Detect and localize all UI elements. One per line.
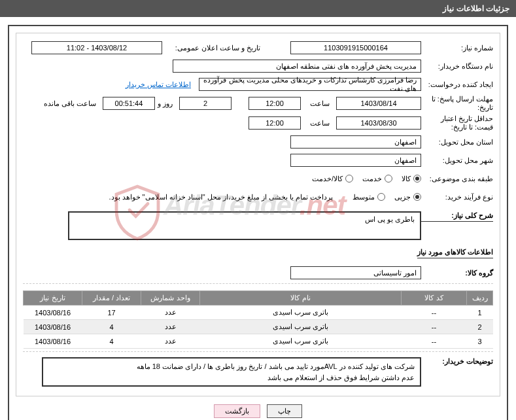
- col-row: ردیف: [467, 291, 493, 306]
- contact-buyer-link[interactable]: اطلاعات تماس خریدار: [126, 80, 191, 89]
- deadline-hour-field: 12:00: [249, 97, 301, 110]
- col-unit: واحد شمارش: [141, 291, 200, 306]
- radio-dot-icon: [345, 175, 353, 183]
- radio-kala-khadamat[interactable]: کالا/خدمت: [312, 175, 353, 183]
- category-radio-group: کالا خدمت کالا/خدمت: [312, 175, 421, 183]
- buyer-field: مدیریت پخش فرآورده های نفتی منطقه اصفهان: [173, 60, 421, 73]
- row-validity: حداقل تاریخ اعتبار قیمت: تا تاریخ: 1403/…: [23, 114, 493, 131]
- row-process: نوع فرآیند خرید: جزیی متوسط پرداخت تمام …: [23, 189, 493, 205]
- radio-dot-icon: [377, 193, 385, 201]
- page-title-bar: جزئیات اطلاعات نیاز: [0, 0, 516, 17]
- row-deadline: مهلت ارسال پاسخ: تا تاریخ: 1403/08/14 سا…: [23, 95, 493, 112]
- announce-field: 1403/08/12 - 11:02: [31, 41, 162, 54]
- radio-dot-icon: [413, 175, 421, 183]
- description-label: شرح کلی نیاز:: [421, 211, 493, 222]
- group-label: گروه کالا:: [421, 269, 493, 277]
- row-need-number: شماره نیاز: 1103091915000164 تاریخ و ساع…: [23, 40, 493, 56]
- print-button[interactable]: چاپ: [267, 404, 302, 418]
- radio-jozi[interactable]: جزیی: [394, 193, 421, 201]
- row-group: گروه کالا: امور تاسیساتی: [23, 265, 493, 281]
- page-title: جزئیات اطلاعات نیاز: [443, 4, 509, 13]
- col-name: نام کالا: [200, 291, 402, 306]
- day-word: روز و: [158, 99, 173, 108]
- row-category: طبقه بندی موضوعی: کالا خدمت کالا/خدمت: [23, 171, 493, 186]
- row-province: استان محل تحویل: اصفهان: [23, 134, 493, 150]
- items-table: ردیف کد کالا نام کالا واحد شمارش تعداد /…: [23, 290, 493, 349]
- table-header-row: ردیف کد کالا نام کالا واحد شمارش تعداد /…: [24, 291, 493, 306]
- need-number-label: شماره نیاز:: [421, 44, 493, 52]
- deadline-label: مهلت ارسال پاسخ: تا تاریخ:: [421, 95, 493, 112]
- table-row: 3 -- باتری سرب اسیدی عدد 4 1403/08/16: [24, 334, 493, 349]
- province-field: اصفهان: [290, 135, 421, 149]
- radio-dot-icon: [385, 175, 392, 183]
- row-description: شرح کلی نیاز: باطری یو پی اس: [23, 211, 493, 240]
- outer-panel: شماره نیاز: 1103091915000164 تاریخ و ساع…: [8, 25, 508, 420]
- items-section-header: اطلاعات کالاهای مورد نیاز: [23, 245, 493, 261]
- announce-label: تاریخ و ساعت اعلان عمومی:: [162, 44, 260, 52]
- row-buyer: نام دستگاه خریدار: مدیریت پخش فرآورده ها…: [23, 58, 493, 74]
- deadline-date-field: 1403/08/14: [336, 97, 421, 110]
- description-textarea[interactable]: باطری یو پی اس: [68, 211, 421, 240]
- validity-hour-field: 12:00: [249, 116, 301, 130]
- radio-motevaset[interactable]: متوسط: [353, 193, 385, 201]
- group-field: امور تاسیساتی: [290, 266, 421, 279]
- back-button[interactable]: بازگشت: [214, 404, 260, 418]
- row-requester: ایجاد کننده درخواست: رضا فرامرزی کارشناس…: [23, 77, 493, 92]
- buyer-notes-label: توضیحات خریدار:: [421, 357, 493, 366]
- need-number-field: 1103091915000164: [290, 41, 421, 54]
- inner-panel: شماره نیاز: 1103091915000164 تاریخ و ساع…: [16, 33, 500, 396]
- validity-date-field: 1403/08/30: [336, 116, 421, 130]
- remaining-days-field: 2: [179, 97, 232, 110]
- hour-label-2: ساعت: [303, 119, 330, 128]
- radio-dot-icon: [413, 193, 421, 201]
- hour-label-1: ساعت: [303, 99, 330, 108]
- validity-label: حداقل تاریخ اعتبار قیمت: تا تاریخ:: [421, 114, 493, 131]
- col-date: تاریخ نیاز: [24, 291, 82, 306]
- category-label: طبقه بندی موضوعی:: [421, 175, 493, 183]
- radio-kala[interactable]: کالا: [402, 175, 421, 183]
- button-bar: چاپ بازگشت: [16, 404, 500, 418]
- items-table-wrap: ردیف کد کالا نام کالا واحد شمارش تعداد /…: [23, 283, 493, 352]
- process-label: نوع فرآیند خرید:: [421, 193, 493, 201]
- requester-field: رضا فرامرزی کارشناس تدارکات و خریدهای مح…: [199, 78, 421, 91]
- requester-label: ایجاد کننده درخواست:: [421, 80, 493, 89]
- province-label: استان محل تحویل:: [421, 138, 493, 147]
- buyer-notes-textarea[interactable]: شرکت های تولید کننده در AVLمورد تایید می…: [42, 357, 421, 387]
- process-radio-group: جزیی متوسط: [353, 193, 421, 201]
- row-buyer-notes: توضیحات خریدار: شرکت های تولید کننده در …: [23, 357, 493, 387]
- remaining-time-field: 00:51:44: [103, 97, 155, 110]
- table-row: 1 -- باتری سرب اسیدی عدد 17 1403/08/16: [24, 306, 493, 320]
- col-code: کد کالا: [402, 291, 467, 306]
- table-row: 2 -- باتری سرب اسیدی عدد 4 1403/08/16: [24, 320, 493, 334]
- buyer-label: نام دستگاه خریدار:: [421, 62, 493, 71]
- row-city: شهر محل تحویل: اصفهان: [23, 152, 493, 168]
- radio-khadamat[interactable]: خدمت: [362, 175, 392, 183]
- treasury-note: پرداخت تمام یا بخشی از مبلغ خرید،از محل …: [109, 193, 333, 201]
- city-field: اصفهان: [290, 154, 421, 167]
- remaining-label: ساعت باقی مانده: [44, 99, 96, 108]
- city-label: شهر محل تحویل:: [421, 156, 493, 165]
- col-qty: تعداد / مقدار: [82, 291, 141, 306]
